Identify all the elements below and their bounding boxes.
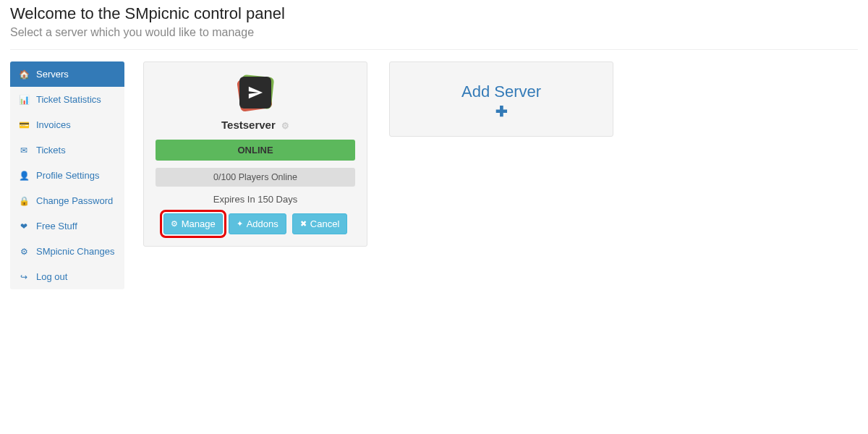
sidebar-item-logout-label: Log out [36, 271, 67, 282]
page-title: Welcome to the SMpicnic control panel [10, 4, 858, 23]
sidebar-item-invoices[interactable]: 💳Invoices [10, 112, 124, 137]
addons-label: Addons [247, 218, 278, 229]
server-name: Testserver ⚙ [156, 119, 355, 131]
server-icon [156, 74, 355, 111]
expires-text: Expires In 150 Days [156, 194, 355, 205]
close-icon: ✖ [300, 219, 307, 229]
server-status: ONLINE [156, 140, 355, 161]
page-subtitle: Select a server which you would like to … [10, 26, 858, 39]
sidebar-item-profile-label: Profile Settings [36, 170, 99, 181]
sidebar-item-servers-label: Servers [36, 69, 69, 80]
sidebar-item-ticket-stats-label: Ticket Statistics [36, 94, 101, 105]
gear-icon: ⚙ [171, 219, 178, 229]
sidebar-item-profile-icon: 👤 [19, 171, 29, 181]
server-name-text: Testserver [221, 119, 276, 131]
sidebar-item-profile[interactable]: 👤Profile Settings [10, 163, 124, 188]
sidebar-item-free-stuff-icon: ❤ [19, 221, 29, 231]
sidebar-item-changes-icon: ⚙ [19, 247, 29, 257]
sidebar-item-servers-icon: 🏠 [19, 69, 29, 80]
cancel-label: Cancel [310, 218, 339, 229]
server-actions: ⚙ Manage ✦ Addons ✖ Cancel [156, 213, 355, 234]
sidebar: 🏠Servers📊Ticket Statistics💳Invoices✉Tick… [10, 61, 124, 289]
plus-icon: ✚ [401, 103, 601, 120]
sidebar-item-ticket-stats[interactable]: 📊Ticket Statistics [10, 87, 124, 112]
sidebar-item-tickets-icon: ✉ [19, 145, 29, 156]
sidebar-item-free-stuff[interactable]: ❤Free Stuff [10, 213, 124, 239]
sidebar-item-tickets-label: Tickets [36, 145, 66, 156]
gear-icon[interactable]: ⚙ [281, 121, 289, 131]
sidebar-item-changes-label: SMpicnic Changes [36, 246, 114, 257]
paper-plane-icon [247, 85, 263, 101]
addons-button[interactable]: ✦ Addons [229, 213, 286, 234]
sidebar-item-tickets[interactable]: ✉Tickets [10, 137, 124, 163]
cancel-button[interactable]: ✖ Cancel [292, 213, 347, 234]
sidebar-item-free-stuff-label: Free Stuff [36, 221, 77, 231]
divider [10, 49, 858, 50]
add-server-title: Add Server [401, 82, 601, 101]
manage-button[interactable]: ⚙ Manage [163, 213, 223, 234]
sidebar-item-invoices-label: Invoices [36, 119, 71, 130]
add-server-card[interactable]: Add Server ✚ [389, 61, 613, 137]
sidebar-item-logout-icon: ↪ [19, 272, 29, 282]
manage-label: Manage [182, 218, 216, 229]
sidebar-item-changes[interactable]: ⚙SMpicnic Changes [10, 239, 124, 264]
sidebar-item-password[interactable]: 🔒Change Password [10, 188, 124, 213]
players-online: 0/100 Players Online [156, 168, 355, 187]
sidebar-item-password-icon: 🔒 [19, 196, 29, 206]
server-card: Testserver ⚙ ONLINE 0/100 Players Online… [143, 61, 367, 247]
sidebar-item-ticket-stats-icon: 📊 [19, 95, 29, 105]
sidebar-item-servers[interactable]: 🏠Servers [10, 61, 124, 87]
magic-icon: ✦ [237, 219, 243, 229]
sidebar-item-invoices-icon: 💳 [19, 120, 29, 130]
sidebar-item-logout[interactable]: ↪Log out [10, 264, 124, 289]
sidebar-item-password-label: Change Password [36, 195, 113, 206]
